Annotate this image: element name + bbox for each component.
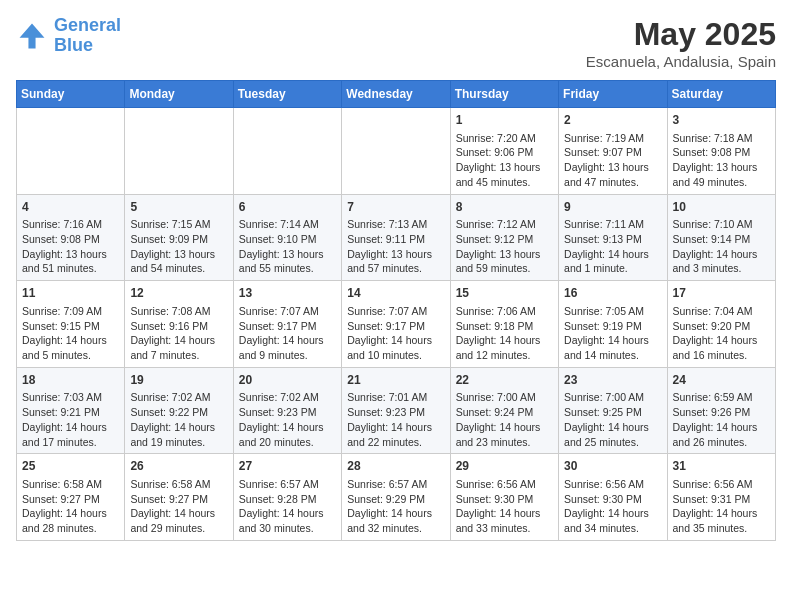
calendar-cell: 24Sunrise: 6:59 AMSunset: 9:26 PMDayligh… bbox=[667, 367, 775, 454]
day-number: 2 bbox=[564, 112, 661, 129]
calendar-cell: 13Sunrise: 7:07 AMSunset: 9:17 PMDayligh… bbox=[233, 281, 341, 368]
cell-content: and 49 minutes. bbox=[673, 175, 770, 190]
cell-content: Sunrise: 6:56 AM bbox=[456, 477, 553, 492]
cell-content: and 47 minutes. bbox=[564, 175, 661, 190]
cell-content: Sunset: 9:23 PM bbox=[239, 405, 336, 420]
cell-content: and 12 minutes. bbox=[456, 348, 553, 363]
cell-content: Daylight: 14 hours bbox=[347, 333, 444, 348]
cell-content: Sunset: 9:17 PM bbox=[239, 319, 336, 334]
cell-content: Sunset: 9:20 PM bbox=[673, 319, 770, 334]
day-number: 14 bbox=[347, 285, 444, 302]
logo-text: General Blue bbox=[54, 16, 121, 56]
cell-content: and 20 minutes. bbox=[239, 435, 336, 450]
cell-content: and 16 minutes. bbox=[673, 348, 770, 363]
cell-content: Daylight: 14 hours bbox=[456, 420, 553, 435]
cell-content: Daylight: 14 hours bbox=[564, 333, 661, 348]
cell-content: Sunset: 9:12 PM bbox=[456, 232, 553, 247]
cell-content: Daylight: 14 hours bbox=[673, 420, 770, 435]
calendar-cell: 28Sunrise: 6:57 AMSunset: 9:29 PMDayligh… bbox=[342, 454, 450, 541]
calendar-cell: 17Sunrise: 7:04 AMSunset: 9:20 PMDayligh… bbox=[667, 281, 775, 368]
cell-content: Daylight: 13 hours bbox=[673, 160, 770, 175]
cell-content: Sunset: 9:08 PM bbox=[673, 145, 770, 160]
calendar-week-row: 25Sunrise: 6:58 AMSunset: 9:27 PMDayligh… bbox=[17, 454, 776, 541]
cell-content: Daylight: 13 hours bbox=[347, 247, 444, 262]
cell-content: Sunrise: 7:08 AM bbox=[130, 304, 227, 319]
day-number: 4 bbox=[22, 199, 119, 216]
calendar-week-row: 4Sunrise: 7:16 AMSunset: 9:08 PMDaylight… bbox=[17, 194, 776, 281]
cell-content: Daylight: 14 hours bbox=[564, 506, 661, 521]
cell-content: Sunrise: 7:01 AM bbox=[347, 390, 444, 405]
cell-content: Sunrise: 6:59 AM bbox=[673, 390, 770, 405]
cell-content: Daylight: 14 hours bbox=[130, 333, 227, 348]
cell-content: Sunset: 9:27 PM bbox=[22, 492, 119, 507]
cell-content: Daylight: 14 hours bbox=[239, 333, 336, 348]
day-number: 31 bbox=[673, 458, 770, 475]
calendar-cell: 19Sunrise: 7:02 AMSunset: 9:22 PMDayligh… bbox=[125, 367, 233, 454]
cell-content: Daylight: 14 hours bbox=[673, 333, 770, 348]
calendar-header-row: SundayMondayTuesdayWednesdayThursdayFrid… bbox=[17, 81, 776, 108]
cell-content: Sunset: 9:11 PM bbox=[347, 232, 444, 247]
calendar-table: SundayMondayTuesdayWednesdayThursdayFrid… bbox=[16, 80, 776, 541]
logo-icon bbox=[16, 20, 48, 52]
day-number: 28 bbox=[347, 458, 444, 475]
calendar-cell: 26Sunrise: 6:58 AMSunset: 9:27 PMDayligh… bbox=[125, 454, 233, 541]
cell-content: Sunset: 9:30 PM bbox=[564, 492, 661, 507]
cell-content: Daylight: 14 hours bbox=[347, 420, 444, 435]
cell-content: Daylight: 14 hours bbox=[456, 506, 553, 521]
cell-content: and 1 minute. bbox=[564, 261, 661, 276]
cell-content: Daylight: 14 hours bbox=[130, 506, 227, 521]
cell-content: and 30 minutes. bbox=[239, 521, 336, 536]
day-number: 19 bbox=[130, 372, 227, 389]
calendar-cell: 7Sunrise: 7:13 AMSunset: 9:11 PMDaylight… bbox=[342, 194, 450, 281]
calendar-cell: 9Sunrise: 7:11 AMSunset: 9:13 PMDaylight… bbox=[559, 194, 667, 281]
calendar-cell: 3Sunrise: 7:18 AMSunset: 9:08 PMDaylight… bbox=[667, 108, 775, 195]
cell-content: and 9 minutes. bbox=[239, 348, 336, 363]
cell-content: Sunset: 9:08 PM bbox=[22, 232, 119, 247]
calendar-cell: 5Sunrise: 7:15 AMSunset: 9:09 PMDaylight… bbox=[125, 194, 233, 281]
title-area: May 2025 Escanuela, Andalusia, Spain bbox=[586, 16, 776, 70]
month-title: May 2025 bbox=[586, 16, 776, 53]
day-number: 13 bbox=[239, 285, 336, 302]
logo-line1: General bbox=[54, 15, 121, 35]
cell-content: Sunrise: 7:11 AM bbox=[564, 217, 661, 232]
day-number: 22 bbox=[456, 372, 553, 389]
cell-content: Sunset: 9:07 PM bbox=[564, 145, 661, 160]
calendar-cell bbox=[17, 108, 125, 195]
cell-content: Daylight: 14 hours bbox=[456, 333, 553, 348]
calendar-cell: 20Sunrise: 7:02 AMSunset: 9:23 PMDayligh… bbox=[233, 367, 341, 454]
cell-content: Sunset: 9:14 PM bbox=[673, 232, 770, 247]
cell-content: and 14 minutes. bbox=[564, 348, 661, 363]
cell-content: Sunrise: 7:09 AM bbox=[22, 304, 119, 319]
day-number: 12 bbox=[130, 285, 227, 302]
cell-content: Daylight: 14 hours bbox=[673, 506, 770, 521]
cell-content: Sunset: 9:16 PM bbox=[130, 319, 227, 334]
cell-content: Sunrise: 7:06 AM bbox=[456, 304, 553, 319]
header: General Blue May 2025 Escanuela, Andalus… bbox=[16, 16, 776, 70]
cell-content: Daylight: 13 hours bbox=[239, 247, 336, 262]
calendar-cell: 1Sunrise: 7:20 AMSunset: 9:06 PMDaylight… bbox=[450, 108, 558, 195]
calendar-cell: 18Sunrise: 7:03 AMSunset: 9:21 PMDayligh… bbox=[17, 367, 125, 454]
cell-content: Sunset: 9:27 PM bbox=[130, 492, 227, 507]
calendar-cell: 30Sunrise: 6:56 AMSunset: 9:30 PMDayligh… bbox=[559, 454, 667, 541]
calendar-cell: 12Sunrise: 7:08 AMSunset: 9:16 PMDayligh… bbox=[125, 281, 233, 368]
calendar-cell: 4Sunrise: 7:16 AMSunset: 9:08 PMDaylight… bbox=[17, 194, 125, 281]
cell-content: Sunrise: 7:13 AM bbox=[347, 217, 444, 232]
cell-content: Sunrise: 7:19 AM bbox=[564, 131, 661, 146]
cell-content: Daylight: 14 hours bbox=[239, 420, 336, 435]
calendar-cell bbox=[342, 108, 450, 195]
day-number: 15 bbox=[456, 285, 553, 302]
cell-content: Sunrise: 7:14 AM bbox=[239, 217, 336, 232]
cell-content: Sunset: 9:26 PM bbox=[673, 405, 770, 420]
cell-content: Sunrise: 7:07 AM bbox=[239, 304, 336, 319]
cell-content: Sunset: 9:09 PM bbox=[130, 232, 227, 247]
cell-content: Sunset: 9:31 PM bbox=[673, 492, 770, 507]
cell-content: Sunrise: 7:20 AM bbox=[456, 131, 553, 146]
cell-content: Sunset: 9:18 PM bbox=[456, 319, 553, 334]
calendar-cell: 21Sunrise: 7:01 AMSunset: 9:23 PMDayligh… bbox=[342, 367, 450, 454]
day-of-week-header: Sunday bbox=[17, 81, 125, 108]
cell-content: Sunrise: 6:58 AM bbox=[130, 477, 227, 492]
day-number: 21 bbox=[347, 372, 444, 389]
cell-content: and 25 minutes. bbox=[564, 435, 661, 450]
day-of-week-header: Wednesday bbox=[342, 81, 450, 108]
cell-content: and 32 minutes. bbox=[347, 521, 444, 536]
